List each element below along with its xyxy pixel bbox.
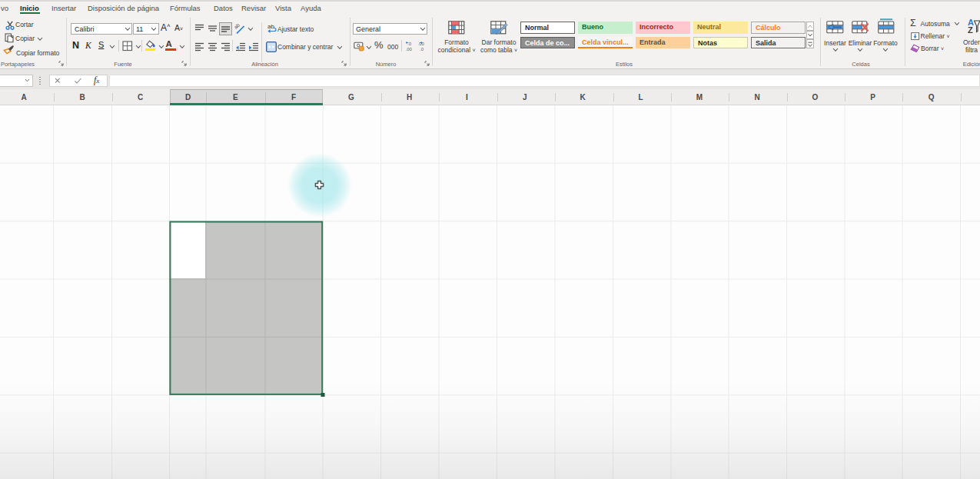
- svg-text:.0: .0: [407, 42, 412, 46]
- svg-text:.00: .00: [406, 47, 413, 52]
- svg-text:ab: ab: [267, 23, 274, 30]
- svg-text:ab: ab: [234, 22, 241, 30]
- svg-text:.0: .0: [420, 47, 424, 52]
